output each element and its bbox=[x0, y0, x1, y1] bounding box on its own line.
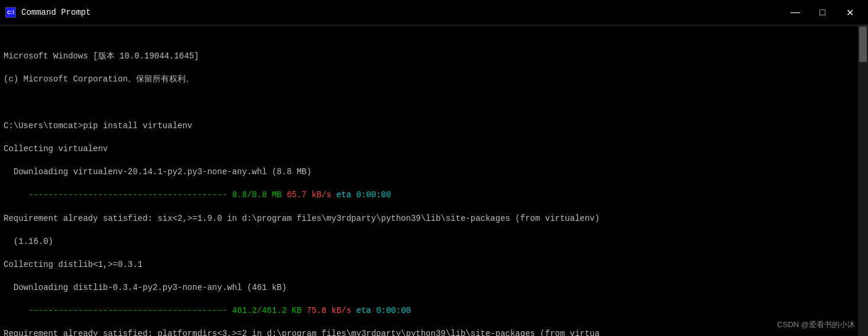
terminal-line: (c) Microsoft Corporation。保留所有权利。 bbox=[4, 74, 854, 86]
scrollbar-thumb[interactable] bbox=[859, 27, 867, 62]
terminal-line: Requirement already satisfied: six<2,>=1… bbox=[4, 213, 854, 225]
minimize-button[interactable]: — bbox=[782, 0, 809, 25]
window-title: Command Prompt bbox=[21, 8, 782, 17]
close-button[interactable]: ✕ bbox=[836, 0, 863, 25]
content-area: Microsoft Windows [版本 10.0.19044.1645] (… bbox=[0, 25, 868, 336]
terminal-line: Downloading virtualenv-20.14.1-py2.py3-n… bbox=[4, 167, 854, 178]
watermark: CSDN @爱看书的小沐 bbox=[777, 319, 855, 330]
terminal-line bbox=[4, 97, 854, 109]
terminal-line: C:\Users\tomcat>pip install virtualenv bbox=[4, 120, 854, 132]
scrollbar[interactable] bbox=[858, 25, 868, 336]
terminal-line: Requirement already satisfied: platformd… bbox=[4, 328, 854, 336]
terminal-line: ----------------------------------------… bbox=[4, 190, 854, 201]
terminal-line: ----------------------------------------… bbox=[4, 305, 854, 317]
terminal-line: Collecting virtualenv bbox=[4, 143, 854, 155]
app-icon: C:\ bbox=[5, 6, 17, 18]
terminal-line: Microsoft Windows [版本 10.0.19044.1645] bbox=[4, 51, 854, 63]
window-controls: — □ ✕ bbox=[782, 0, 863, 25]
title-bar: C:\ Command Prompt — □ ✕ bbox=[0, 0, 868, 25]
terminal-line: (1.16.0) bbox=[4, 236, 854, 248]
maximize-button[interactable]: □ bbox=[809, 0, 836, 25]
terminal-line: Downloading distlib-0.3.4-py2.py3-none-a… bbox=[4, 282, 854, 294]
command-prompt-window: C:\ Command Prompt — □ ✕ Microsoft Windo… bbox=[0, 0, 868, 336]
cmd-icon-symbol: C:\ bbox=[5, 7, 16, 18]
terminal-line: Collecting distlib<1,>=0.3.1 bbox=[4, 259, 854, 271]
terminal-output[interactable]: Microsoft Windows [版本 10.0.19044.1645] (… bbox=[0, 25, 858, 336]
